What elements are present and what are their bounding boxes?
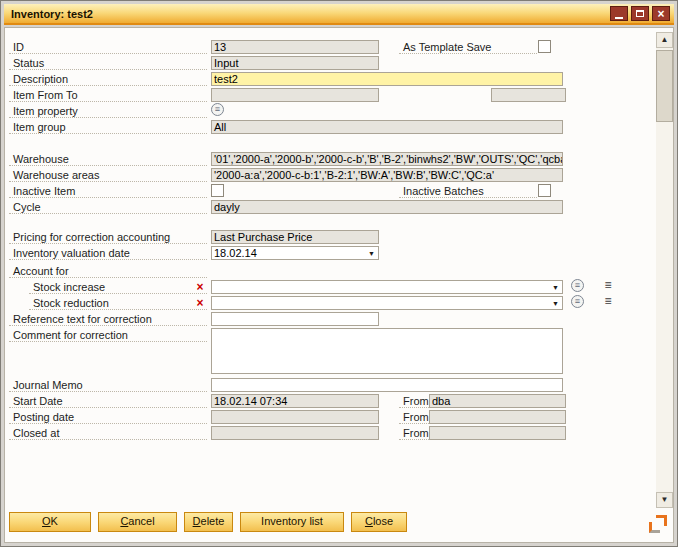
inventory-list-button[interactable]: Inventory list	[240, 512, 344, 532]
sap-b1-logo-icon	[649, 515, 667, 533]
account-for-label: Account for	[9, 264, 207, 278]
closed-at-from-field	[429, 426, 566, 440]
inventory-window: Inventory: test2 × ID 13 As Template Sav…	[0, 0, 678, 547]
item-property-choose-button[interactable]: ≡	[211, 103, 224, 116]
inactive-batches-checkbox[interactable]	[538, 184, 551, 197]
as-template-save-checkbox[interactable]	[538, 40, 551, 53]
warehouse-field: '01','2000-a','2000-b','2000-c-b','B','B…	[211, 152, 563, 166]
choose-from-list-icon: ≡	[575, 296, 580, 306]
stock-reduction-required-marker: ×	[195, 297, 205, 309]
valuation-date-label: Inventory valuation date	[9, 246, 207, 260]
closed-at-from-label: From	[399, 426, 429, 440]
cycle-field: dayly	[211, 200, 563, 214]
form-area: ID 13 As Template Save Status Input Desc…	[4, 27, 674, 543]
warehouse-areas-label: Warehouse areas	[9, 168, 207, 182]
window-title: Inventory: test2	[11, 8, 93, 20]
ok-button[interactable]: OK	[9, 512, 91, 532]
minimize-button[interactable]	[610, 6, 628, 21]
posting-date-from-field	[429, 410, 566, 424]
stock-increase-combo[interactable]	[211, 280, 563, 294]
titlebar: Inventory: test2 ×	[4, 4, 674, 25]
posting-date-field	[211, 410, 379, 424]
id-field: 13	[211, 40, 379, 54]
close-button[interactable]: ×	[652, 6, 670, 21]
item-from-field	[211, 88, 379, 102]
list-icon: ≡	[604, 278, 611, 292]
arrow-down-icon: ▼	[661, 495, 669, 504]
journal-memo-input[interactable]	[211, 378, 563, 392]
item-property-label: Item property	[9, 104, 207, 118]
close-form-button[interactable]: Close	[351, 512, 407, 532]
pricing-field: Last Purchase Price	[211, 230, 379, 244]
item-group-field: All	[211, 120, 563, 134]
scrollbar-track[interactable]	[656, 48, 673, 492]
minimize-icon	[615, 17, 623, 19]
posting-date-label: Posting date	[9, 410, 207, 424]
list-icon: ≡	[604, 294, 611, 308]
stock-reduction-list-button[interactable]: ≡	[601, 295, 615, 308]
stock-reduction-choose-button[interactable]: ≡	[571, 295, 584, 308]
stock-reduction-label: Stock reduction	[29, 296, 207, 310]
status-label: Status	[9, 56, 207, 70]
restore-button[interactable]	[631, 6, 649, 21]
scroll-down-button[interactable]: ▼	[656, 492, 673, 508]
item-from-to-label: Item From To	[9, 88, 207, 102]
scrollbar-thumb[interactable]	[656, 50, 673, 122]
scroll-up-button[interactable]: ▲	[656, 32, 673, 48]
closed-at-label: Closed at	[9, 426, 207, 440]
closed-at-field	[211, 426, 379, 440]
choose-from-list-icon: ≡	[575, 280, 580, 290]
delete-button[interactable]: Delete	[184, 512, 233, 532]
cancel-button[interactable]: Cancel	[98, 512, 177, 532]
restore-icon	[636, 10, 644, 17]
arrow-up-icon: ▲	[661, 35, 669, 44]
warehouse-areas-field: '2000-a:a','2000-c-b:1','B-2:1','BW:A','…	[211, 168, 563, 182]
pricing-label: Pricing for correction accounting	[9, 230, 207, 244]
comment-textarea[interactable]	[211, 328, 563, 374]
stock-increase-required-marker: ×	[195, 281, 205, 293]
inactive-batches-label: Inactive Batches	[399, 184, 537, 198]
as-template-save-label: As Template Save	[399, 40, 537, 54]
choose-from-list-icon: ≡	[215, 104, 220, 114]
reference-text-input[interactable]	[211, 312, 379, 326]
start-date-field: 18.02.14 07:34	[211, 394, 379, 408]
warehouse-label: Warehouse	[9, 152, 207, 166]
inactive-item-checkbox[interactable]	[211, 184, 224, 197]
stock-increase-label: Stock increase	[29, 280, 207, 294]
description-input[interactable]	[211, 72, 563, 86]
start-date-from-label: From	[399, 394, 429, 408]
valuation-date-combo[interactable]	[211, 246, 379, 260]
cycle-label: Cycle	[9, 200, 207, 214]
posting-date-from-label: From	[399, 410, 429, 424]
stock-reduction-combo[interactable]	[211, 296, 563, 310]
description-label: Description	[9, 72, 207, 86]
status-field: Input	[211, 56, 379, 70]
comment-label: Comment for correction	[9, 328, 207, 342]
stock-increase-list-button[interactable]: ≡	[601, 279, 615, 292]
start-date-label: Start Date	[9, 394, 207, 408]
id-label: ID	[9, 40, 207, 54]
journal-memo-label: Journal Memo	[9, 378, 207, 392]
item-to-field	[491, 88, 566, 102]
vertical-scrollbar[interactable]: ▲ ▼	[656, 32, 673, 508]
window-controls: ×	[610, 6, 670, 21]
inactive-item-label: Inactive Item	[9, 184, 207, 198]
button-row: OK Cancel Delete Inventory list Close	[9, 512, 407, 532]
stock-increase-choose-button[interactable]: ≡	[571, 279, 584, 292]
item-group-label: Item group	[9, 120, 207, 134]
reference-text-label: Reference text for correction	[9, 312, 207, 326]
close-icon: ×	[657, 9, 664, 19]
start-date-from-field: dba	[429, 394, 566, 408]
